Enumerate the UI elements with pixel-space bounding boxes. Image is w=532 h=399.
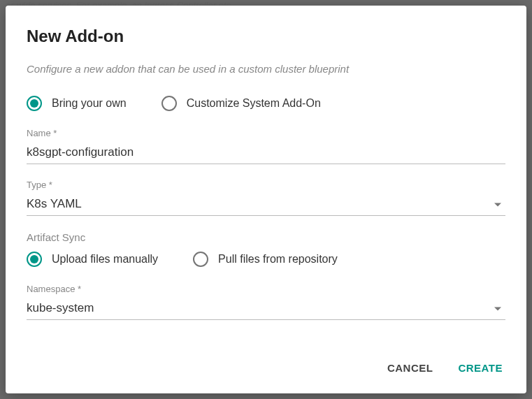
cancel-button[interactable]: CANCEL bbox=[384, 356, 436, 379]
dialog-title: New Add-on bbox=[27, 27, 505, 46]
dialog-subtitle: Configure a new addon that can be used i… bbox=[27, 63, 505, 75]
type-label: Type * bbox=[27, 180, 505, 190]
addon-mode-radio-group: Bring your own Customize System Add-On bbox=[27, 96, 505, 111]
namespace-select[interactable]: kube-system bbox=[27, 298, 505, 320]
chevron-down-icon bbox=[494, 307, 501, 311]
type-field: Type * K8s YAML bbox=[27, 180, 505, 216]
radio-pull-from-repository[interactable]: Pull files from repository bbox=[193, 252, 338, 267]
artifact-sync-section: Artifact Sync Upload files manually Pull… bbox=[27, 231, 505, 268]
type-value: K8s YAML bbox=[27, 197, 82, 210]
create-button[interactable]: CREATE bbox=[455, 356, 505, 379]
radio-upload-manually[interactable]: Upload files manually bbox=[27, 252, 158, 267]
name-input[interactable] bbox=[27, 143, 505, 164]
radio-customize-system-addon[interactable]: Customize System Add-On bbox=[161, 96, 321, 111]
type-select[interactable]: K8s YAML bbox=[27, 194, 505, 216]
name-label: Name * bbox=[27, 128, 505, 138]
radio-icon bbox=[193, 252, 208, 267]
artifact-sync-label: Artifact Sync bbox=[27, 231, 505, 243]
radio-bring-your-own[interactable]: Bring your own bbox=[27, 96, 127, 111]
radio-icon bbox=[27, 96, 42, 111]
namespace-value: kube-system bbox=[27, 301, 94, 314]
radio-label: Pull files from repository bbox=[218, 253, 338, 266]
dialog-actions: CANCEL CREATE bbox=[27, 344, 505, 379]
new-addon-dialog: New Add-on Configure a new addon that ca… bbox=[6, 6, 526, 393]
name-field: Name * bbox=[27, 128, 505, 164]
radio-icon bbox=[27, 252, 42, 267]
artifact-sync-radio-group: Upload files manually Pull files from re… bbox=[27, 252, 505, 268]
radio-label: Customize System Add-On bbox=[187, 97, 321, 110]
radio-label: Upload files manually bbox=[52, 253, 158, 266]
radio-icon bbox=[161, 96, 177, 111]
namespace-label: Namespace * bbox=[27, 284, 505, 294]
chevron-down-icon bbox=[494, 203, 501, 207]
namespace-field: Namespace * kube-system bbox=[27, 284, 505, 320]
radio-label: Bring your own bbox=[52, 97, 127, 110]
